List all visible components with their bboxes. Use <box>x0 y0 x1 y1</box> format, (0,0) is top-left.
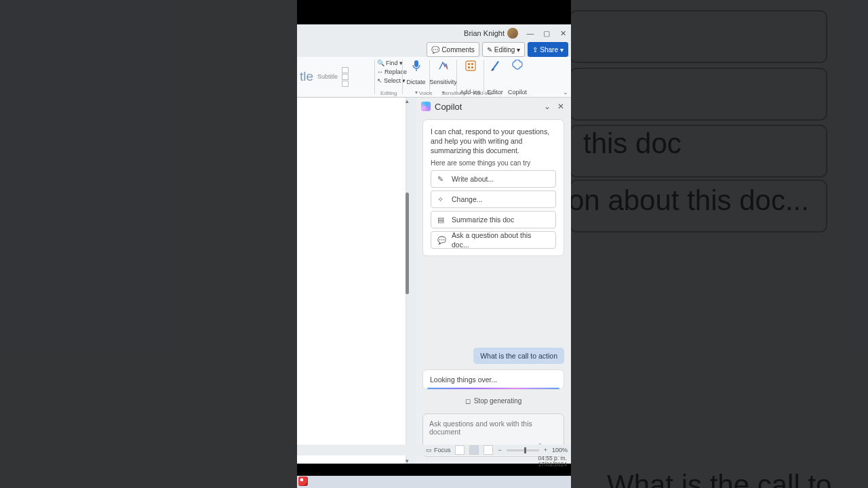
maximize-button[interactable]: ▢ <box>542 29 551 37</box>
wand-icon: ✧ <box>437 195 446 204</box>
editing-mode-button[interactable]: ✎ Editing ▾ <box>482 42 526 57</box>
comments-button[interactable]: 💬 Comments <box>427 42 479 57</box>
svg-rect-1 <box>466 61 475 70</box>
status-bar: ▭ Focus − + 100% <box>297 445 571 455</box>
zoom-in-button[interactable]: + <box>544 447 547 453</box>
group-label: Sensitivity <box>441 90 466 96</box>
chevron-down-icon: ▾ <box>560 46 564 54</box>
share-button[interactable]: ⇪ Share ▾ <box>528 42 568 57</box>
addins-icon <box>465 58 476 73</box>
zoom-level[interactable]: 100% <box>552 447 568 453</box>
cursor-icon: ↖ <box>377 77 382 84</box>
chevron-down-icon: ▾ <box>415 89 418 96</box>
intro-text: I can chat, respond to your questions, a… <box>431 127 556 156</box>
print-layout-button[interactable] <box>469 445 479 455</box>
style-title: tle <box>300 70 313 84</box>
search-icon: 🔍 <box>377 60 384 66</box>
collapse-ribbon-button[interactable]: ⌄ <box>563 89 568 96</box>
styles-more-button[interactable] <box>342 81 349 87</box>
group-label: Add-ins <box>473 90 492 96</box>
editor-icon <box>490 58 500 73</box>
system-clock: 04:55 p. m.17/01/2024 <box>538 455 567 464</box>
pen-icon: ✎ <box>437 174 446 184</box>
document-page[interactable] <box>297 98 406 464</box>
copilot-response: Looking things over... <box>422 369 564 390</box>
replace-icon: ↔ <box>377 68 383 75</box>
app-viewport: Brian Knight — ▢ ✕ 💬 Comments ✎ Editing … <box>297 0 571 488</box>
user-message: What is the call to action <box>473 348 564 364</box>
copilot-logo-icon <box>421 102 431 111</box>
styles-up-button[interactable] <box>342 67 349 73</box>
group-label: Editing <box>380 90 397 96</box>
comment-icon: 💬 <box>431 46 439 54</box>
svg-rect-4 <box>468 66 470 68</box>
minimize-button[interactable]: — <box>526 29 534 37</box>
share-icon: ⇪ <box>532 46 538 54</box>
zoom-out-button[interactable]: − <box>498 447 501 453</box>
suggestion-change[interactable]: ✧Change... <box>431 190 556 208</box>
sensitivity-icon <box>437 58 450 73</box>
svg-rect-0 <box>414 60 418 67</box>
stop-icon: ◻ <box>465 397 471 405</box>
collapse-panel-button[interactable]: ⌄ <box>542 100 552 113</box>
suggestion-summarize[interactable]: ▤Summarize this doc <box>431 211 556 228</box>
focus-mode-button[interactable]: ▭ Focus <box>426 447 450 453</box>
taskbar-app-icon[interactable] <box>298 476 308 486</box>
taskbar <box>297 476 571 488</box>
copilot-icon <box>511 58 524 73</box>
copilot-ribbon-button[interactable]: Copilot <box>506 57 529 97</box>
read-mode-button[interactable] <box>455 445 465 455</box>
find-button[interactable]: 🔍Find▾ <box>377 58 400 67</box>
copilot-panel: Copilot ⌄ ✕ I can chat, respond to your … <box>416 98 571 464</box>
title-bar: Brian Knight — ▢ ✕ <box>297 24 571 42</box>
hint-text: Here are some things you can try <box>431 159 556 168</box>
web-layout-button[interactable] <box>484 445 493 455</box>
chevron-down-icon: ▾ <box>517 46 520 54</box>
mic-icon <box>412 58 421 73</box>
svg-rect-2 <box>468 63 470 65</box>
replace-button[interactable]: ↔Replace <box>377 67 400 76</box>
account-button[interactable]: Brian Knight <box>464 28 518 39</box>
styles-down-button[interactable] <box>342 74 349 80</box>
suggestion-ask[interactable]: 💬Ask a question about this doc... <box>431 231 556 249</box>
close-window-button[interactable]: ✕ <box>559 29 567 37</box>
response-status: Looking things over... <box>430 375 497 384</box>
select-button[interactable]: ↖Select▾ <box>377 76 400 85</box>
scroll-down-button[interactable]: ▾ <box>404 458 410 464</box>
ribbon: tle Subtitle 🔍Find▾ ↔Replace ↖Select▾ Ed… <box>297 57 571 98</box>
styles-gallery[interactable]: tle Subtitle <box>297 57 374 97</box>
svg-rect-5 <box>471 66 473 68</box>
action-bar: 💬 Comments ✎ Editing ▾ ⇪ Share ▾ <box>297 42 571 57</box>
copilot-intro-card: I can chat, respond to your questions, a… <box>422 119 564 256</box>
suggestion-write[interactable]: ✎Write about... <box>431 170 556 188</box>
style-subtitle: Subtitle <box>317 74 338 81</box>
chat-icon: 💬 <box>437 235 446 245</box>
word-window: Brian Knight — ▢ ✕ 💬 Comments ✎ Editing … <box>297 24 571 464</box>
pencil-icon: ✎ <box>487 46 492 54</box>
svg-rect-3 <box>471 63 473 65</box>
vertical-scrollbar[interactable]: ▴ ▾ <box>404 98 410 464</box>
doc-icon: ▤ <box>437 215 446 224</box>
group-label: Voice <box>419 90 433 96</box>
user-name: Brian Knight <box>464 29 505 37</box>
avatar <box>507 28 518 39</box>
stop-generating-button[interactable]: ◻ Stop generating <box>465 395 522 407</box>
close-panel-button[interactable]: ✕ <box>556 100 566 113</box>
copilot-header: Copilot ⌄ ✕ <box>416 98 571 115</box>
zoom-slider[interactable] <box>507 449 539 451</box>
scroll-up-button[interactable]: ▴ <box>404 98 410 104</box>
input-placeholder: Ask questions and work with this documen… <box>429 420 557 436</box>
copilot-title: Copilot <box>435 102 462 112</box>
scroll-thumb[interactable] <box>406 192 409 294</box>
